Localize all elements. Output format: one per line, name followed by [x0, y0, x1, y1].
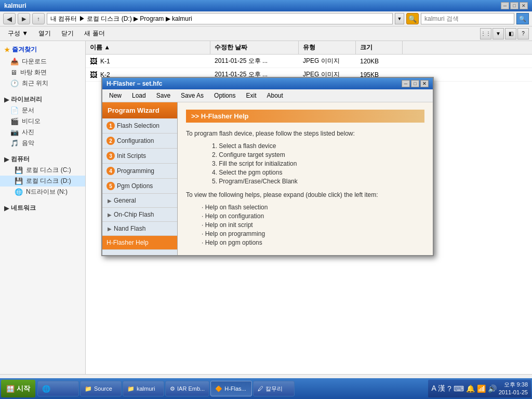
dialog-title-bar: H-Flasher – set.hfc ─ □ ✕ [102, 78, 433, 89]
taskbar-item-ie[interactable]: 🌐 [37, 381, 79, 396]
dialog-menu-load[interactable]: Load [127, 90, 151, 101]
sidebar-item-recent[interactable]: 🕐 최근 위치 [0, 78, 85, 89]
wizard-item-1[interactable]: 1 Flash Selection [102, 118, 177, 134]
dialog-menu-new[interactable]: New [104, 90, 126, 101]
sidebar-item-downloads[interactable]: 📥 다운로드 [0, 56, 85, 67]
col-type[interactable]: 유형 [299, 41, 356, 54]
content-title: >> H-Flasher Help [186, 110, 424, 123]
taskbar-item-kalmuri[interactable]: 📁 kalmuri [123, 381, 164, 396]
view-toggle-button[interactable]: ▼ [493, 28, 504, 39]
minimize-button[interactable]: ─ [501, 2, 509, 9]
wizard-item-5[interactable]: 5 Pgm Options [102, 179, 177, 194]
computer-title[interactable]: ▶컴퓨터 [0, 152, 85, 165]
help-item-1: · Help on configuration [202, 212, 424, 220]
address-dropdown[interactable]: ▼ [395, 13, 404, 24]
help-steps: 1. Select a flash device 2. Configure ta… [212, 142, 424, 185]
up-button[interactable]: ↑ [32, 13, 45, 24]
back-button[interactable]: ◀ [3, 13, 16, 24]
folder-icon-2: 📁 [127, 385, 135, 392]
taskbar-item-kalmuri2[interactable]: 🖊 칼무리 [253, 381, 295, 396]
col-date[interactable]: 수정한 날짜 [210, 41, 299, 54]
taskbar-item-iar[interactable]: ⚙ IAR Emb... [165, 381, 209, 396]
maximize-button[interactable]: □ [510, 2, 518, 9]
taskbar-item-hflasher[interactable]: 🔶 H-Flas... [210, 381, 252, 396]
sidebar-item-music[interactable]: 🎵 음악 [0, 138, 85, 149]
dialog-menu-saveas[interactable]: Save As [176, 90, 208, 101]
table-row[interactable]: 🖼 K-1 2011-01-25 오후 ... JPEG 이미지 120KB [86, 55, 532, 68]
taskbar: 🪟 시작 🌐 📁 Source 📁 kalmuri ⚙ IAR Emb... 🔶… [0, 378, 532, 399]
search-input[interactable] [421, 13, 514, 24]
taskbar-item-source[interactable]: 📁 Source [80, 381, 122, 396]
help-tray-icon[interactable]: ? [447, 384, 451, 393]
close-button[interactable]: ✕ [520, 2, 528, 9]
computer-section: ▶컴퓨터 💾 로컬 디스크 (C:) 💾 로컬 디스크 (D:) 🌐 N드라이브… [0, 152, 85, 197]
pane-button[interactable]: ◧ [505, 28, 516, 39]
file-date-0: 2011-01-25 오후 ... [210, 55, 299, 68]
network-title[interactable]: ▶네트워크 [0, 201, 85, 214]
start-button[interactable]: 🪟 시작 [1, 380, 35, 397]
menu-bar: 구성 ▼ 열기 닫기 새 폴더 ⋮⋮ ▼ ◧ ? [0, 26, 532, 41]
wizard-item-help[interactable]: H-Flasher Help [102, 236, 177, 250]
menu-open[interactable]: 열기 [34, 28, 56, 39]
wizard-item-4[interactable]: 4 Programming [102, 164, 177, 179]
notify-icon-1[interactable]: 🔔 [466, 384, 475, 393]
search-button[interactable]: 🔍 [516, 13, 529, 24]
dialog-menu-exit[interactable]: Exit [241, 90, 261, 101]
dialog-menu-save[interactable]: Save [152, 90, 175, 101]
menu-close[interactable]: 닫기 [57, 28, 78, 39]
dialog-restore-button[interactable]: □ [411, 80, 419, 87]
taskbar-items: 🌐 📁 Source 📁 kalmuri ⚙ IAR Emb... 🔶 H-Fl… [37, 381, 428, 396]
sidebar-item-desktop[interactable]: 🖥 바탕 화면 [0, 67, 85, 78]
title-bar-buttons: ─ □ ✕ [501, 2, 528, 9]
help-button[interactable]: ? [517, 28, 529, 39]
view-buttons: ⋮⋮ ▼ ◧ ? [480, 28, 529, 39]
col-size[interactable]: 크기 [356, 41, 403, 54]
dialog-minimize-button[interactable]: ─ [402, 80, 410, 87]
explorer-title-bar: kalmuri ─ □ ✕ [0, 0, 532, 11]
wizard-item-general[interactable]: ▶ General [102, 194, 177, 208]
keyboard-icon[interactable]: ⌨ [454, 384, 464, 393]
forward-button[interactable]: ▶ [18, 13, 30, 24]
dialog-menu-options[interactable]: Options [209, 90, 240, 101]
wizard-item-3[interactable]: 3 Init Scripts [102, 149, 177, 164]
help-step-4: 5. Program/Erase/Check Blank [212, 178, 424, 185]
tray-time[interactable]: 오후 9:38 2011-01-25 [499, 381, 528, 397]
help-item-4: · Help on pgm options [202, 239, 424, 246]
sidebar-item-d-drive[interactable]: 💾 로컬 디스크 (D:) [0, 176, 85, 187]
wizard-item-onchip[interactable]: ▶ On-Chip Flash [102, 208, 177, 222]
dialog-menu-about[interactable]: About [262, 90, 287, 101]
wizard-item-nandflash[interactable]: ▶ Nand Flash [102, 222, 177, 236]
view-options-button[interactable]: ⋮⋮ [480, 28, 491, 39]
address-input[interactable]: 내 컴퓨터 ▶ 로컬 디스크 (D:) ▶ Program ▶ kalmuri [47, 13, 393, 24]
sidebar: ★ 즐겨찾기 📥 다운로드 🖥 바탕 화면 🕐 최근 위치 ▶ [0, 41, 86, 374]
sidebar-item-c-drive[interactable]: 💾 로컬 디스크 (C:) [0, 165, 85, 176]
translate-icon[interactable]: A 漢 [431, 384, 445, 393]
ie-icon: 🌐 [42, 385, 50, 393]
sidebar-item-docs[interactable]: 📄 문서 [0, 105, 85, 116]
help-step-2: 3. Fill the script for initialization [212, 160, 424, 167]
dialog-title: H-Flasher – set.hfc [107, 80, 162, 87]
notify-icon-3[interactable]: 🔊 [488, 384, 497, 393]
wizard-item-2[interactable]: 2 Configuration [102, 134, 177, 149]
address-bar: ◀ ▶ ↑ 내 컴퓨터 ▶ 로컬 디스크 (D:) ▶ Program ▶ ka… [0, 11, 532, 26]
help-item-0: · Help on flash selection [202, 204, 424, 211]
iar-icon: ⚙ [170, 385, 175, 392]
content-panel: >> H-Flasher Help To program flash devic… [178, 102, 433, 255]
sidebar-item-n-drive[interactable]: 🌐 N드라이브 (N:) [0, 187, 85, 197]
favorites-header[interactable]: ★ 즐겨찾기 [0, 43, 85, 56]
folder-icon: 📁 [85, 385, 92, 392]
help-item-3: · Help on programming [202, 230, 424, 237]
help-items: · Help on flash selection · Help on conf… [202, 204, 424, 246]
notify-icon-2[interactable]: 📶 [477, 384, 486, 393]
library-section: ▶라이브러리 📄 문서 🎬 비디오 📷 사진 🎵 음악 [0, 92, 85, 149]
help-expand-text: To view the following helps, please expa… [186, 191, 424, 198]
sidebar-item-photos[interactable]: 📷 사진 [0, 127, 85, 138]
menu-organize[interactable]: 구성 ▼ [3, 28, 33, 39]
col-name[interactable]: 이름 ▲ [86, 41, 210, 54]
go-button[interactable]: 🔍 [406, 13, 419, 24]
sidebar-item-video[interactable]: 🎬 비디오 [0, 116, 85, 127]
dialog-body: Program Wizard 1 Flash Selection 2 Confi… [102, 102, 433, 255]
menu-new-folder[interactable]: 새 폴더 [79, 28, 109, 39]
dialog-close-button[interactable]: ✕ [420, 80, 429, 87]
library-title[interactable]: ▶라이브러리 [0, 92, 85, 105]
